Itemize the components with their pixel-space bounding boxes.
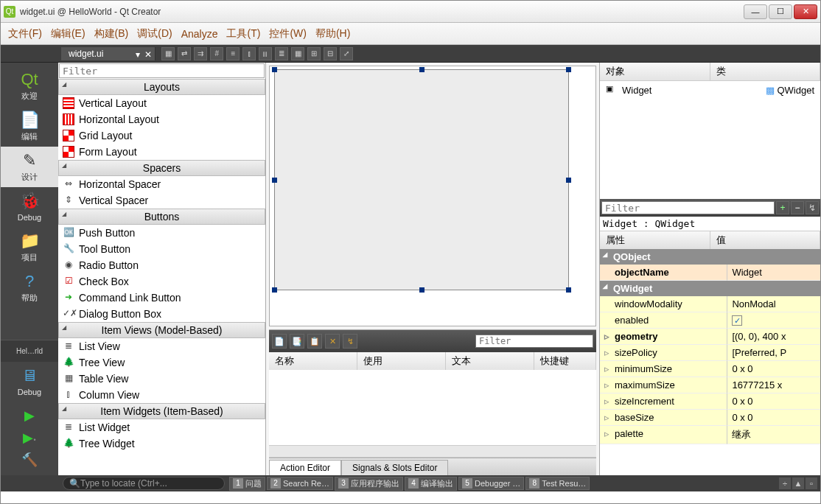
run-debug-button[interactable]: ▶• [21,430,38,447]
edit-buddies-icon[interactable]: ⇉ [194,47,207,60]
handle-se[interactable] [566,287,571,293]
output-tab-issues[interactable]: 1问题 [229,477,265,491]
layout-form-icon[interactable]: ⊞ [307,47,321,60]
prop-minimumSize[interactable]: minimumSize0 x 0 [600,361,820,377]
menu-widgets[interactable]: 控件(W) [269,27,307,41]
run-button[interactable]: ▶ [21,407,38,425]
mode-debug[interactable]: 🐞Debug [1,187,58,227]
layout-grid-icon[interactable]: ▦ [291,47,304,60]
menu-tools[interactable]: 工具(T) [226,27,260,41]
wb-item-tree-view[interactable]: 🌲Tree View [58,354,265,371]
action-filter-input[interactable] [475,335,593,348]
menu-help[interactable]: 帮助(H) [315,27,350,41]
prop-sizeIncrement[interactable]: sizeIncrement0 x 0 [600,393,820,410]
break-layout-icon[interactable]: ⊟ [324,47,337,60]
layout-h-icon[interactable]: ≡ [226,47,240,60]
widgetbox-filter-input[interactable] [59,63,265,78]
prop-maximumSize[interactable]: maximumSize16777215 x [600,377,820,393]
handle-s[interactable] [419,287,425,293]
wb-item-table-view[interactable]: ▦Table View [58,371,265,387]
output-tab-compile[interactable]: 4编译输出 [405,477,457,491]
menu-analyze[interactable]: Analyze [181,28,218,40]
wb-cat-item-views[interactable]: Item Views (Model-Based) [58,322,265,338]
output-close-icon[interactable]: ▫ [806,477,817,489]
menu-debug[interactable]: 调试(D) [137,27,172,41]
prop-col-value[interactable]: 值 [710,231,821,249]
handle-ne[interactable] [566,67,571,72]
tab-dropdown-icon[interactable]: ▾ [136,49,140,60]
build-button[interactable]: 🔨 [21,452,38,469]
wb-item-tool-button[interactable]: 🔧Tool Button [58,241,265,257]
handle-e[interactable] [566,178,571,183]
prop-group-qwidget[interactable]: QWidget [600,281,820,296]
prop-col-name[interactable]: 属性 [600,231,710,249]
handle-sw[interactable] [272,287,277,293]
canvas-area[interactable] [269,66,596,326]
edit-signals-icon[interactable]: ⇄ [178,47,191,60]
wb-item-v-spacer[interactable]: ⇕Vertical Spacer [58,192,265,209]
wb-item-radio-button[interactable]: ◉Radio Button [58,257,265,273]
remove-dynamic-prop-icon[interactable]: − [791,201,804,214]
prop-sizePolicy[interactable]: sizePolicy[Preferred, P [600,345,820,361]
adjust-size-icon[interactable]: ⤢ [340,47,353,60]
menu-file[interactable]: 文件(F) [8,27,42,41]
output-tab-test[interactable]: 8Test Resu… [525,477,590,490]
prop-objectName[interactable]: objectNameWidget [600,265,820,281]
property-filter-input[interactable] [601,201,775,214]
kit-debug[interactable]: 🖥Debug [1,362,58,402]
mode-design[interactable]: ✎设计 [1,147,58,187]
prop-palette[interactable]: palette继承 [600,426,820,444]
mode-help[interactable]: ?帮助 [1,267,58,308]
wb-item-list-view[interactable]: ≣List View [58,338,265,354]
wb-item-grid-layout[interactable]: Grid Layout [58,127,265,144]
document-tab[interactable]: widget.ui ▾ ✕ [61,47,156,60]
prop-config-icon[interactable]: ↯ [806,201,819,214]
action-scrollbar[interactable] [269,445,596,457]
action-col-text[interactable]: 文本 [446,352,534,370]
wb-cat-item-widgets[interactable]: Item Widgets (Item-Based) [58,403,265,419]
wb-item-dialog-buttonbox[interactable]: ✓✗Dialog Button Box [58,306,265,322]
wb-item-form-layout[interactable]: Form Layout [58,144,265,160]
locator-input[interactable]: 🔍 Type to locate (Ctrl+... [63,477,225,490]
action-col-shortcut[interactable]: 快捷键 [534,352,596,370]
mode-welcome[interactable]: Qt欢迎 [1,66,58,106]
copy-action-icon[interactable]: 📑 [290,334,304,349]
minimize-button[interactable]: — [744,4,767,19]
wb-item-tree-widget[interactable]: 🌲Tree Widget [58,435,265,452]
handle-nw[interactable] [272,67,277,72]
wb-item-command-link[interactable]: ➜Command Link Button [58,290,265,306]
tab-action-editor[interactable]: Action Editor [269,460,341,475]
wb-item-horizontal-layout[interactable]: Horizontal Layout [58,111,265,127]
wb-item-check-box[interactable]: ☑Check Box [58,273,265,290]
oi-col-class[interactable]: 类 [710,63,821,80]
prop-geometry[interactable]: geometry[(0, 0), 400 x [600,329,820,345]
checkbox-icon[interactable]: ✓ [732,315,742,326]
wb-item-column-view[interactable]: ⫿Column View [58,387,265,403]
mode-projects[interactable]: 📁项目 [1,227,58,267]
wb-cat-buttons[interactable]: Buttons [58,209,265,225]
wb-item-list-widget[interactable]: ≣List Widget [58,419,265,435]
wb-item-push-button[interactable]: 🆗Push Button [58,225,265,241]
maximize-button[interactable]: ☐ [769,4,792,19]
output-tab-search[interactable]: 2Search Re… [267,477,333,490]
kit-selector[interactable]: Hel…rld [1,340,58,362]
add-dynamic-prop-icon[interactable]: + [776,201,789,214]
close-button[interactable]: ✕ [794,4,817,19]
output-up-icon[interactable]: ▲ [792,477,804,489]
mode-edit[interactable]: 📄编辑 [1,106,58,147]
menu-build[interactable]: 构建(B) [94,27,129,41]
tab-close-icon[interactable]: ✕ [144,49,152,60]
edit-tab-order-icon[interactable]: # [210,47,223,60]
handle-n[interactable] [419,67,425,72]
output-expand-icon[interactable]: ÷ [779,477,791,489]
config-action-icon[interactable]: ↯ [343,334,357,349]
prop-enabled[interactable]: enabled✓ [600,312,820,329]
delete-action-icon[interactable]: ✕ [325,334,340,349]
edit-widgets-icon[interactable]: ▦ [161,47,175,60]
paste-action-icon[interactable]: 📋 [307,334,322,349]
menu-edit[interactable]: 编辑(E) [51,27,85,41]
wb-item-vertical-layout[interactable]: Vertical Layout [58,95,265,111]
action-col-name[interactable]: 名称 [269,352,357,370]
layout-v-icon[interactable]: ⫿ [242,47,256,60]
new-action-icon[interactable]: 📄 [272,334,287,349]
